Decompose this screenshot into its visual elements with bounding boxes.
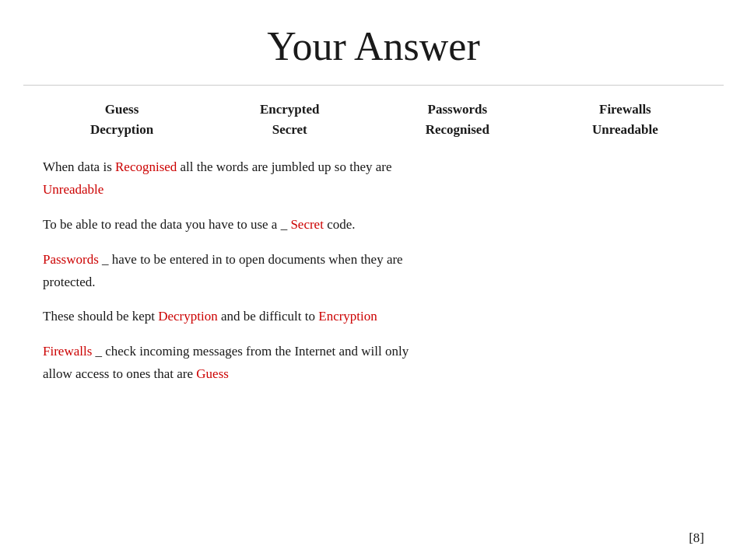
answer-encryption: Encryption	[318, 309, 377, 324]
sentence-1-part1: When data is	[43, 159, 115, 174]
answer-guess: Guess	[196, 366, 229, 381]
answer-unreadable: Unreadable	[43, 182, 103, 197]
answer-secret: Secret	[290, 217, 323, 232]
sentence-5-part1: _ check incoming messages from the Inter…	[92, 344, 409, 359]
answer-passwords: Passwords	[43, 252, 99, 267]
sentence-4-part1: These should be kept	[43, 309, 158, 324]
sentence-2: To be able to read the data you have to …	[43, 214, 704, 236]
sentence-5-part2: allow access to ones that are	[43, 366, 196, 381]
page-title: Your Answer	[0, 0, 747, 85]
option-encrypted-secret: EncryptedSecret	[215, 100, 365, 139]
sentence-2-part1: To be able to read the data you have to …	[43, 217, 290, 232]
option-firewalls-unreadable: FirewallsUnreadable	[550, 100, 700, 139]
answer-firewalls: Firewalls	[43, 344, 92, 359]
answer-recognised: Recognised	[115, 159, 177, 174]
sentence-4-part2: and be difficult to	[218, 309, 319, 324]
content-area: GuessDecryption EncryptedSecret Password…	[43, 100, 704, 386]
sentence-4: These should be kept Decryption and be d…	[43, 306, 704, 328]
sentence-3-part1: _ have to be entered in to open document…	[99, 252, 403, 267]
sentence-2-part2: code.	[324, 217, 356, 232]
sentence-5: Firewalls _ check incoming messages from…	[43, 341, 704, 386]
divider	[23, 85, 724, 86]
options-row: GuessDecryption EncryptedSecret Password…	[43, 100, 704, 139]
score: [8]	[689, 530, 704, 546]
sentence-1: When data is Recognised all the words ar…	[43, 156, 704, 201]
sentence-1-part2: all the words are jumbled up so they are	[177, 159, 391, 174]
sentence-3: Passwords _ have to be entered in to ope…	[43, 249, 704, 294]
sentence-3-protected: protected.	[43, 275, 96, 289]
answer-decryption: Decryption	[158, 309, 217, 324]
option-guess-decryption: GuessDecryption	[47, 100, 197, 139]
option-passwords-recognised: PasswordsRecognised	[382, 100, 532, 139]
